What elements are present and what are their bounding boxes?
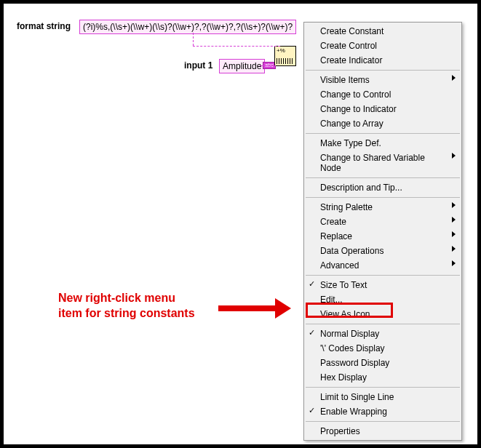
submenu-arrow-icon	[452, 246, 456, 252]
menu-item[interactable]: Normal Display✓	[304, 327, 461, 341]
wire	[193, 33, 194, 46]
scan-node-icon[interactable]	[274, 46, 296, 66]
submenu-arrow-icon	[452, 260, 456, 266]
menu-item[interactable]: View As Icon	[304, 307, 461, 321]
input-1-constant[interactable]: Amplitude	[219, 59, 265, 73]
menu-item[interactable]: Create Constant	[304, 24, 461, 39]
submenu-arrow-icon	[452, 231, 456, 237]
menu-item[interactable]: Change to Array	[304, 116, 461, 131]
submenu-arrow-icon	[452, 217, 456, 223]
menu-item[interactable]: Create	[304, 215, 461, 229]
menu-item[interactable]: '\' Codes Display	[304, 341, 461, 356]
menu-separator	[306, 197, 460, 198]
menu-item[interactable]: Description and Tip...	[304, 180, 461, 195]
check-icon: ✓	[309, 279, 315, 289]
menu-item[interactable]: Change to Indicator	[304, 102, 461, 116]
input-1-label: input 1	[184, 60, 212, 71]
menu-item[interactable]: Properties	[304, 424, 461, 439]
menu-separator	[306, 324, 460, 324]
menu-item[interactable]: Visible Items	[304, 73, 461, 87]
wire	[193, 46, 280, 47]
menu-item[interactable]: Hex Display	[304, 370, 461, 385]
menu-separator	[306, 387, 460, 388]
annotation-text: New right-click menu item for string con…	[58, 291, 195, 321]
menu-item[interactable]: Create Control	[304, 39, 461, 53]
menu-item[interactable]: Data Operations	[304, 244, 461, 258]
submenu-arrow-icon	[452, 202, 456, 208]
submenu-arrow-icon	[452, 153, 456, 159]
menu-item[interactable]: Password Display	[304, 356, 461, 370]
annotation-line1: New right-click menu	[58, 292, 175, 304]
wire	[260, 65, 276, 66]
format-string-constant[interactable]: (?i)%s,(\\s+)(\\w+)(\\s)?(\\w+)?,?(\\w+)…	[79, 20, 296, 34]
menu-separator	[306, 133, 460, 134]
check-icon: ✓	[309, 328, 315, 337]
format-string-label: format string	[17, 21, 71, 31]
annotation-line2: item for string constants	[58, 307, 195, 319]
submenu-arrow-icon	[452, 75, 456, 81]
menu-item[interactable]: Edit...	[304, 292, 461, 307]
context-menu: Create ConstantCreate ControlCreate Indi…	[303, 22, 462, 441]
menu-item[interactable]: String Palette	[304, 200, 461, 215]
menu-item[interactable]: Create Indicator	[304, 53, 461, 68]
menu-item[interactable]: Enable Wrapping✓	[304, 404, 461, 419]
menu-item[interactable]: Change to Shared Variable Node	[304, 151, 461, 175]
diagram-frame: format string (?i)%s,(\\s+)(\\w+)(\\s)?(…	[0, 0, 481, 448]
menu-item[interactable]: Replace	[304, 229, 461, 244]
menu-item[interactable]: Change to Control	[304, 87, 461, 102]
check-icon: ✓	[309, 406, 315, 415]
menu-separator	[306, 177, 460, 178]
menu-item[interactable]: Make Type Def.	[304, 136, 461, 151]
menu-item[interactable]: Limit to Single Line	[304, 390, 461, 404]
menu-separator	[306, 70, 460, 71]
menu-item[interactable]: Size To Text✓	[304, 278, 461, 292]
menu-separator	[306, 275, 460, 276]
menu-item[interactable]: Advanced	[304, 258, 461, 273]
menu-separator	[306, 421, 460, 422]
